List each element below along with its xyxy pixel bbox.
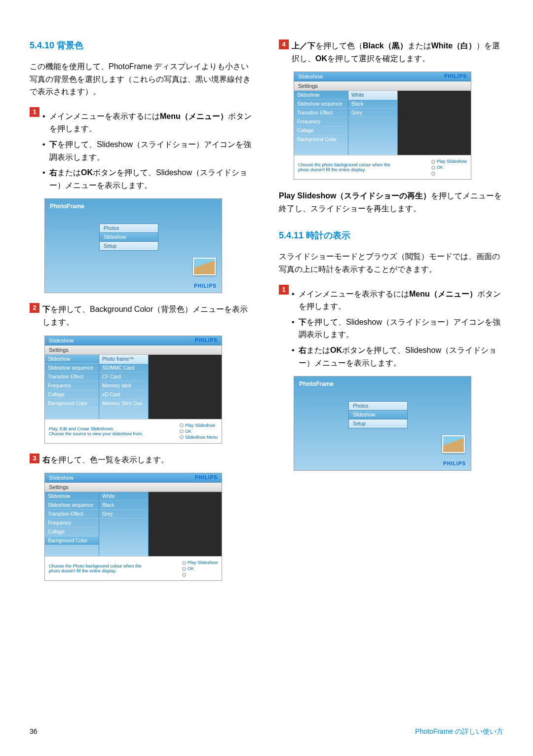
screenshot-color-list: SlideshowPHILIPS Settings Slideshow Slid… <box>44 473 222 581</box>
heading-5-4-10: 5.4.10 背景色 <box>30 39 254 51</box>
left-column: 5.4.10 背景色 この機能を使用して、PhotoFrame ディスプレイより… <box>30 39 254 591</box>
step-1: 1 メインメニューを表示するにはMenu（メニュー）ボタンを押します。 下を押し… <box>30 107 254 192</box>
intro-5-4-11: スライドショーモードとブラウズ（閲覧）モードでは、画面の写真の上に時計を表示する… <box>279 250 503 275</box>
intro-5-4-10: この機能を使用して、PhotoFrame ディスプレイよりも小さい写真の背景色を… <box>30 60 254 98</box>
step-3: 3 右を押して、色一覧を表示します。 <box>30 454 254 466</box>
step-badge-3: 3 <box>30 454 39 463</box>
step-2: 2 下を押して、Background Color（背景色）メニューを表示します。 <box>30 303 254 328</box>
screenshot-settings-sources: SlideshowPHILIPS Settings Slideshow Slid… <box>44 336 222 444</box>
page-number: 36 <box>30 727 38 736</box>
philips-logo: PHILIPS <box>194 283 217 289</box>
thumbnail-icon <box>193 258 216 275</box>
right-column: 4 上／下を押して色（Black（黒）またはWhite（白））を選択し、OKを押… <box>279 39 503 591</box>
screenshot-main-menu-1: PhotoFrame Photos Slideshow Setup PHILIP… <box>44 198 222 293</box>
step-badge-4: 4 <box>279 39 289 49</box>
step-1-clock: 1 メインメニューを表示するにはMenu（メニュー）ボタンを押します。 下を押し… <box>279 285 503 370</box>
step-badge-1: 1 <box>30 107 39 117</box>
heading-5-4-11: 5.4.11 時計の表示 <box>279 229 503 241</box>
footer-title: PhotoFrame の詳しい使い方 <box>415 727 503 736</box>
step-badge-2: 2 <box>30 303 39 313</box>
page-footer: 36 PhotoFrame の詳しい使い方 <box>30 727 503 736</box>
step-4: 4 上／下を押して色（Black（黒）またはWhite（白））を選択し、OKを押… <box>279 39 503 65</box>
thumbnail-icon <box>442 435 465 453</box>
screenshot-main-menu-2: PhotoFrame Photos Slideshow Setup PHILIP… <box>294 376 471 471</box>
screenshot-color-select: SlideshowPHILIPS Settings Slideshow Slid… <box>294 72 471 180</box>
play-slideshow-text: Play Slideshow（スライドショーの再生）を押してメニューを終了し、ス… <box>279 189 503 215</box>
